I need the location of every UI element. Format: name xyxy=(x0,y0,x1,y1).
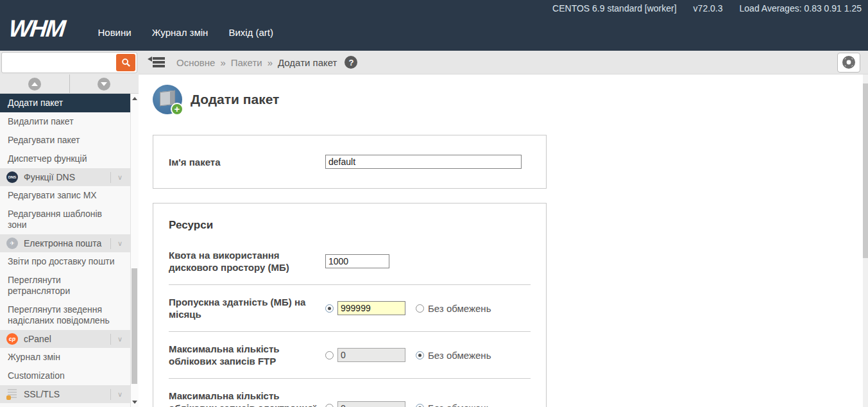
unlimited-radio[interactable] xyxy=(416,404,424,407)
package-name-label: Ім'я пакета xyxy=(169,156,321,168)
top-header: CENTOS 6.9 standard [worker] v72.0.3 Loa… xyxy=(0,0,868,51)
chevron-down-icon[interactable]: ∨ xyxy=(110,334,125,345)
resources-heading: Ресурси xyxy=(169,219,531,232)
sidebar-scroll-down-button[interactable] xyxy=(70,74,139,93)
add-package-icon: + xyxy=(153,85,182,114)
sidebar-item-3[interactable]: Диспетчер функцій xyxy=(0,150,130,168)
resource-label: Максимальна кількість облікових записів … xyxy=(169,390,321,407)
unlimited-radio[interactable] xyxy=(416,351,424,359)
sidebar-group-label: cPanel xyxy=(24,334,51,344)
sidebar-group-11[interactable]: cpcPanel∨ xyxy=(0,330,130,348)
sidebar-item-0[interactable]: Додати пакет xyxy=(0,94,130,112)
chevron-down-icon[interactable]: ∨ xyxy=(110,238,125,249)
resource-value-input[interactable] xyxy=(325,254,389,268)
sidebar-item-9[interactable]: Переглянути ретранслятори xyxy=(0,271,130,300)
resource-label: Максимальна кількість облікових записів … xyxy=(169,343,321,367)
package-name-box: Ім'я пакета xyxy=(153,135,547,189)
sidebar-item-12[interactable]: Журнал змін xyxy=(0,348,130,367)
sidebar-group-label: SSL/TLS xyxy=(24,389,60,399)
scrollbar-up-icon[interactable] xyxy=(132,97,137,100)
support-button[interactable] xyxy=(837,53,860,73)
collapse-sidebar-icon[interactable] xyxy=(148,56,165,68)
load-averages-text: Load Averages: 0.83 0.91 1.25 xyxy=(740,3,862,13)
sidebar-search xyxy=(0,51,139,74)
search-icon xyxy=(121,58,131,67)
sidebar-group-label: Функції DNS xyxy=(24,172,75,182)
breadcrumb-help-icon[interactable]: ? xyxy=(345,56,357,69)
resource-value-input xyxy=(337,401,405,407)
sidebar-group-14[interactable]: SSL/TLS∨ xyxy=(0,385,130,403)
unlimited-radio[interactable] xyxy=(416,304,424,313)
toolbar: Основне»Пакети»Додати пакет? xyxy=(0,51,868,74)
value-radio[interactable] xyxy=(325,304,334,313)
lifesaver-icon xyxy=(842,55,856,69)
resources-box: Ресурси Квота на використання дискового … xyxy=(153,203,547,407)
top-nav-item-0[interactable]: Новини xyxy=(98,27,131,38)
resource-label: Пропускна здатність (МБ) на місяць xyxy=(169,296,321,320)
mail-icon: ✈ xyxy=(6,238,18,249)
breadcrumb-separator: » xyxy=(268,57,273,68)
search-button[interactable] xyxy=(116,54,135,71)
top-nav-item-1[interactable]: Журнал змін xyxy=(152,27,208,38)
sidebar-group-label: Електронна пошта xyxy=(24,238,101,248)
cpanel-icon: cp xyxy=(6,333,18,345)
sidebar-item-13[interactable]: Customization xyxy=(0,367,130,385)
breadcrumb-item-2: Додати пакет xyxy=(278,57,337,68)
resource-value-input xyxy=(337,348,405,362)
value-radio[interactable] xyxy=(325,404,334,407)
sidebar-item-8[interactable]: Звіти про доставку пошти xyxy=(0,252,130,271)
breadcrumb-separator: » xyxy=(220,57,225,68)
unlimited-label: Без обмежень xyxy=(428,303,491,314)
page-scrollbar[interactable] xyxy=(863,74,868,407)
arrow-down-icon xyxy=(98,78,110,91)
scrollbar-down-icon[interactable] xyxy=(132,401,137,404)
sidebar-scrollbar[interactable] xyxy=(130,94,139,407)
sidebar-item-5[interactable]: Редагувати запис MX xyxy=(0,186,130,205)
resource-value-input[interactable] xyxy=(337,301,405,315)
whm-logo[interactable]: WHM xyxy=(8,17,69,40)
sidebar-group-7[interactable]: ✈Електронна пошта∨ xyxy=(0,234,130,252)
sidebar-item-1[interactable]: Видалити пакет xyxy=(0,112,130,131)
page-title: Додати пакет xyxy=(191,92,279,107)
plus-icon: + xyxy=(171,103,183,116)
unlimited-label: Без обмежень xyxy=(428,403,491,407)
sidebar: Додати пакетВидалити пакетРедагувати пак… xyxy=(0,74,139,407)
sidebar-item-2[interactable]: Редагувати пакет xyxy=(0,131,130,150)
main-content: + Додати пакет Ім'я пакета Ресурси Квота… xyxy=(139,74,863,407)
chevron-down-icon[interactable]: ∨ xyxy=(110,389,125,400)
resource-row-0: Квота на використання дискового простору… xyxy=(169,238,531,284)
page-scrollbar-thumb[interactable] xyxy=(863,83,868,258)
resource-row-2: Максимальна кількість облікових записів … xyxy=(169,331,531,378)
sidebar-menu: Додати пакетВидалити пакетРедагувати пак… xyxy=(0,94,130,407)
sidebar-group-4[interactable]: DNSФункції DNS∨ xyxy=(0,168,130,186)
sidebar-scroll-up-button[interactable] xyxy=(0,74,70,93)
arrow-up-icon xyxy=(28,78,41,91)
server-status-bar: CENTOS 6.9 standard [worker] v72.0.3 Loa… xyxy=(552,3,862,13)
os-version-text: CENTOS 6.9 standard [worker] xyxy=(552,3,676,13)
top-nav-item-2[interactable]: Вихід (art) xyxy=(228,27,273,38)
ssl-icon xyxy=(8,389,17,399)
breadcrumb: Основне»Пакети»Додати пакет? xyxy=(139,51,837,74)
resource-row-1: Пропускна здатність (МБ) на місяцьБез об… xyxy=(169,284,531,331)
breadcrumb-item-0[interactable]: Основне xyxy=(176,57,215,68)
chevron-down-icon[interactable]: ∨ xyxy=(110,172,125,183)
top-nav: НовиниЖурнал змінВихід (art) xyxy=(77,27,273,40)
search-input[interactable] xyxy=(4,55,115,71)
breadcrumb-item-1[interactable]: Пакети xyxy=(231,57,262,68)
scrollbar-thumb[interactable] xyxy=(132,268,137,384)
resource-row-3: Максимальна кількість облікових записів … xyxy=(169,378,531,407)
dns-icon: DNS xyxy=(6,171,18,183)
sidebar-item-6[interactable]: Редагування шаблонів зони xyxy=(0,205,130,234)
whm-version-text: v72.0.3 xyxy=(694,3,723,13)
package-name-input[interactable] xyxy=(325,155,522,169)
unlimited-label: Без обмежень xyxy=(428,350,491,361)
value-radio[interactable] xyxy=(325,351,334,359)
sidebar-item-10[interactable]: Переглянути зведення надісланих повідомл… xyxy=(0,300,130,330)
sidebar-item-15[interactable]: Диспетчер сховища SSL xyxy=(0,403,130,407)
resource-label: Квота на використання дискового простору… xyxy=(169,249,321,273)
